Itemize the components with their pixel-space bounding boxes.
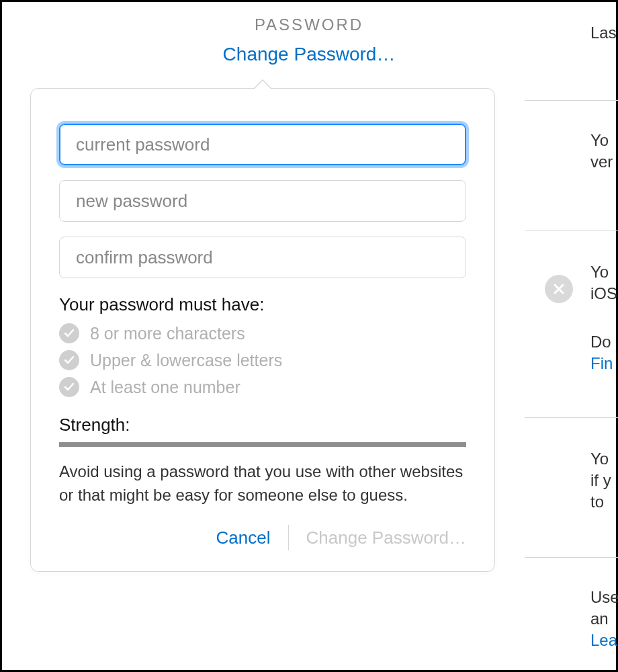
right-text: iOS xyxy=(590,283,617,304)
action-divider xyxy=(288,525,289,550)
close-icon[interactable] xyxy=(545,275,573,303)
right-text: Yo xyxy=(590,261,609,283)
password-hint: Avoid using a password that you use with… xyxy=(59,460,466,507)
requirements-list: 8 or more characters Upper & lowercase l… xyxy=(59,323,466,397)
right-text: an xyxy=(590,608,609,630)
right-text: to xyxy=(590,491,604,513)
requirement-label: Upper & lowercase letters xyxy=(90,351,282,370)
requirement-label: At least one number xyxy=(90,378,240,397)
confirm-password-input[interactable] xyxy=(59,237,466,278)
requirement-item: At least one number xyxy=(59,377,466,397)
section-divider xyxy=(525,230,618,231)
requirement-item: Upper & lowercase letters xyxy=(59,350,466,370)
right-text: Yo xyxy=(590,448,609,470)
change-password-button[interactable]: Change Password… xyxy=(293,525,466,551)
popover-actions: Cancel Change Password… xyxy=(59,525,466,551)
requirements-title: Your password must have: xyxy=(59,294,466,315)
check-icon xyxy=(59,377,79,397)
right-link[interactable]: Fin xyxy=(590,353,613,374)
check-icon xyxy=(59,350,79,370)
right-text: Do xyxy=(590,331,611,353)
right-link[interactable]: Lea xyxy=(590,630,617,651)
new-password-input[interactable] xyxy=(59,180,466,222)
right-text: ver xyxy=(590,151,613,173)
right-text: if y xyxy=(590,470,611,491)
right-text: Use xyxy=(590,587,618,608)
change-password-popover: Your password must have: 8 or more chara… xyxy=(30,88,495,572)
right-column: Las Yo ver Yo iOS Do Fin Yo if y to Use … xyxy=(590,2,618,670)
section-title: PASSWORD xyxy=(2,15,616,34)
cancel-button[interactable]: Cancel xyxy=(203,525,284,551)
check-icon xyxy=(59,323,79,343)
requirement-label: 8 or more characters xyxy=(90,324,245,343)
section-divider xyxy=(525,417,618,418)
section-divider xyxy=(525,100,618,101)
requirement-item: 8 or more characters xyxy=(59,323,466,343)
strength-meter xyxy=(59,442,466,447)
section-divider xyxy=(525,557,618,558)
strength-label: Strength: xyxy=(59,415,466,435)
right-text: Las xyxy=(590,22,617,44)
password-header: PASSWORD Change Password… xyxy=(2,2,616,65)
change-password-link[interactable]: Change Password… xyxy=(223,44,396,65)
current-password-input[interactable] xyxy=(59,124,466,165)
right-text: Yo xyxy=(590,130,609,151)
